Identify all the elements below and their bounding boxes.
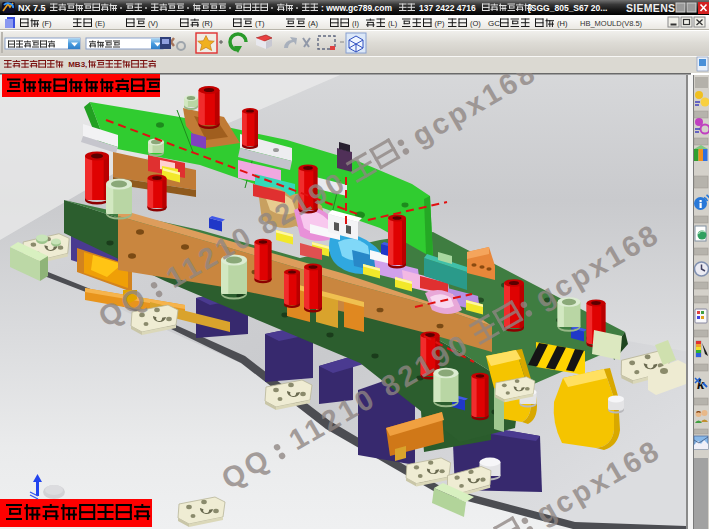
svg-text:GC: GC: [488, 19, 500, 28]
svg-text:(F): (F): [42, 19, 52, 28]
svg-text:(P): (P): [435, 19, 446, 28]
svg-text:NX 7.5: NX 7.5: [18, 3, 46, 13]
svg-text:SIEMENS: SIEMENS: [626, 2, 675, 14]
svg-text:(L): (L): [388, 19, 398, 28]
svg-text:(R): (R): [202, 19, 213, 28]
svg-text:(A): (A): [308, 19, 319, 28]
svg-text:(I): (I): [352, 19, 360, 28]
svg-text:MB3,: MB3,: [68, 60, 87, 69]
svg-text:(O): (O): [470, 19, 481, 28]
svg-text:(T): (T): [255, 19, 265, 28]
svg-text:: www.gc789.com: : www.gc789.com: [321, 3, 392, 13]
svg-text:137 2422 4716: 137 2422 4716: [419, 3, 476, 13]
svg-text:HB_MOULD(V8.5): HB_MOULD(V8.5): [580, 19, 643, 28]
svg-text:(E): (E): [95, 19, 106, 28]
svg-text:(H): (H): [557, 19, 568, 28]
svg-text:[SGG_805_S67 20...: [SGG_805_S67 20...: [528, 3, 607, 13]
svg-text:(V): (V): [148, 19, 159, 28]
